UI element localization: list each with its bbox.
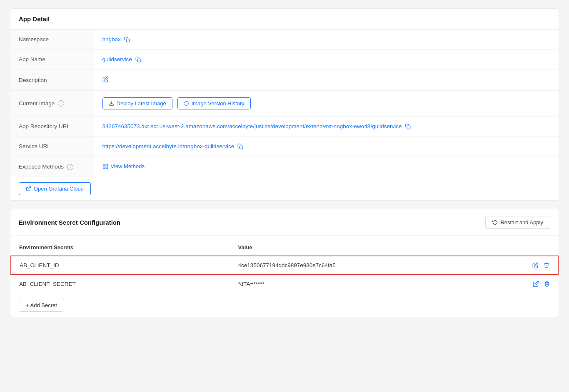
current-image-label: Current Image i (10, 91, 94, 117)
current-image-info-icon: i (58, 100, 64, 107)
description-edit-icon[interactable] (102, 76, 109, 82)
service-url-value-cell: https://development.accelbyte.io/nngbox-… (102, 143, 551, 149)
description-row: Description (10, 69, 559, 91)
repo-url-value: 342674635073.dkr.ecr.us-west-2.amazonaws… (102, 123, 402, 129)
add-secret-button[interactable]: + Add Secret (19, 299, 64, 312)
svg-rect-7 (106, 167, 107, 169)
env-secret-delete-icon[interactable] (544, 281, 550, 287)
namespace-label: Namespace (10, 30, 94, 50)
exposed-methods-info-icon: i (67, 164, 73, 170)
env-row-actions (484, 281, 550, 287)
appname-row: App Name guildservice (10, 50, 559, 69)
add-secret-label: + Add Secret (26, 302, 57, 308)
repo-url-row: App Repository URL 342674635073.dkr.ecr.… (10, 117, 559, 136)
grafana-section: Open Grafana Cloud (10, 177, 559, 200)
repo-url-value-cell: 342674635073.dkr.ecr.us-west-2.amazonaws… (102, 123, 551, 129)
image-version-history-button[interactable]: Image Version History (177, 97, 251, 109)
env-secrets-table: Environment Secrets Value AB_CLIENT_ID 4… (10, 239, 559, 293)
restart-and-apply-button[interactable]: Restart and Apply (485, 216, 550, 229)
description-label: Description (10, 69, 94, 91)
env-section-title: Environment Secret Configuration (19, 219, 120, 226)
current-image-row: Current Image i Deploy Latest Image Imag… (10, 91, 559, 117)
env-row-actions (484, 262, 549, 268)
view-methods-label: View Methods (111, 163, 145, 169)
svg-rect-4 (240, 146, 243, 149)
deploy-btn-label: Deploy Latest Image (117, 100, 166, 107)
svg-rect-8 (103, 167, 105, 169)
env-col-value-header: Value (230, 239, 476, 256)
restart-btn-label: Restart and Apply (500, 219, 543, 226)
exposed-methods-label: Exposed Methods i (10, 156, 94, 177)
env-secret-key: AB_CLIENT_SECRET (11, 275, 230, 293)
repo-url-label: App Repository URL (10, 117, 94, 136)
appname-copy-icon[interactable] (135, 57, 141, 62)
service-url-value: https://development.accelbyte.io/nngbox-… (102, 143, 235, 149)
env-secret-key: AB_CLIENT_ID (11, 256, 230, 275)
service-url-label: Service URL (10, 136, 94, 156)
open-grafana-button[interactable]: Open Grafana Cloud (19, 182, 91, 195)
namespace-value: nngbox (102, 36, 121, 42)
env-secret-row: AB_CLIENT_ID 4ce1350677194ddc9897e930e7c… (11, 256, 558, 275)
service-url-row: Service URL https://development.accelbyt… (10, 136, 559, 156)
namespace-value-cell: nngbox (102, 36, 551, 42)
svg-rect-1 (137, 59, 141, 62)
svg-line-9 (28, 186, 30, 189)
app-detail-table: Namespace nngbox App Name (10, 30, 559, 177)
history-btn-label: Image Version History (192, 100, 245, 107)
env-table-header: Environment Secrets Value (11, 239, 558, 256)
svg-rect-6 (106, 164, 107, 166)
env-secret-row: AB_CLIENT_SECRET *dTA=***** (11, 275, 558, 293)
deploy-latest-image-button[interactable]: Deploy Latest Image (102, 97, 172, 109)
env-col-key-header: Environment Secrets (11, 239, 230, 256)
appname-label: App Name (10, 50, 94, 69)
appname-value: guildservice (102, 56, 132, 62)
view-methods-button[interactable]: View Methods (102, 163, 145, 169)
grafana-btn-label: Open Grafana Cloud (34, 186, 84, 192)
env-secret-delete-icon[interactable] (544, 262, 549, 268)
env-secret-value: *dTA=***** (230, 275, 476, 293)
exposed-methods-row: Exposed Methods i View Methods (10, 156, 559, 177)
namespace-row: Namespace nngbox (10, 30, 559, 50)
svg-rect-0 (126, 39, 130, 42)
env-secret-section: Environment Secret Configuration Restart… (10, 209, 559, 318)
svg-rect-5 (103, 164, 105, 166)
service-url-copy-icon[interactable] (237, 144, 243, 149)
env-header: Environment Secret Configuration Restart… (10, 209, 559, 236)
page-title: App Detail (10, 9, 559, 30)
appname-value-cell: guildservice (102, 56, 551, 62)
svg-rect-3 (407, 126, 411, 129)
namespace-copy-icon[interactable] (124, 37, 130, 42)
env-secret-edit-icon[interactable] (532, 262, 539, 268)
repo-url-copy-icon[interactable] (405, 124, 411, 129)
env-secret-edit-icon[interactable] (533, 281, 539, 287)
env-col-actions-header (476, 239, 558, 256)
env-secret-value: 4ce1350677194ddc9897e930e7c64fa5 (230, 256, 476, 275)
